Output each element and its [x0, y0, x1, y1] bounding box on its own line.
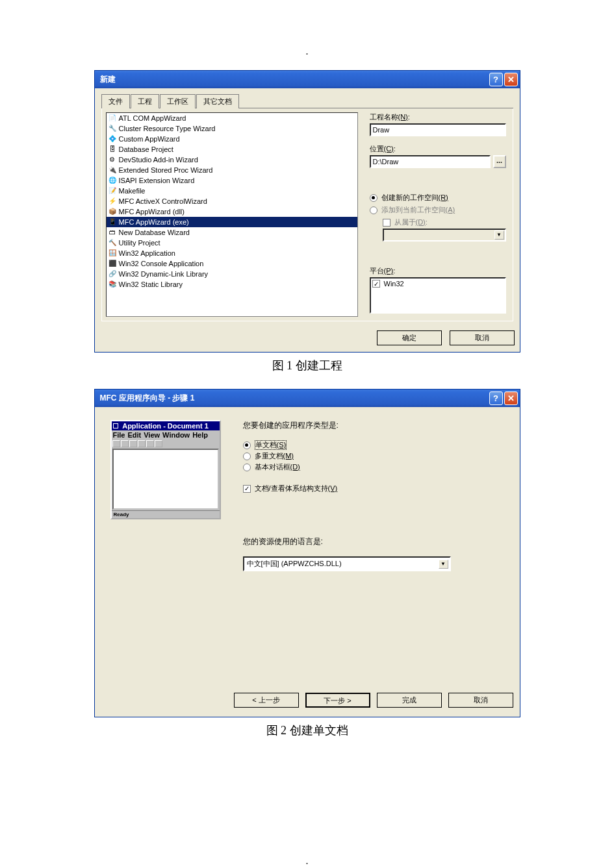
- project-type-icon: 📦: [108, 207, 117, 216]
- next-button[interactable]: 下一步 >: [305, 693, 370, 708]
- project-type-icon: ⚡: [108, 197, 117, 206]
- project-type-icon: 🔨: [108, 238, 117, 247]
- list-item[interactable]: ⬛Win32 Console Application: [107, 258, 357, 269]
- project-type-icon: ⬛: [108, 259, 117, 268]
- project-type-icon: 🗃: [108, 228, 117, 237]
- radio-icon: [370, 206, 377, 214]
- radio-icon: [370, 194, 377, 202]
- project-type-icon: 🔧: [108, 124, 117, 133]
- browse-button[interactable]: ...: [493, 155, 506, 168]
- ok-button[interactable]: 确定: [377, 330, 442, 345]
- platform-item: Win32: [384, 280, 404, 288]
- radio-add-to-workspace: 添加到当前工作空间(A): [370, 205, 506, 215]
- project-type-icon: ⚙: [108, 155, 117, 164]
- figure-1-caption: 图 1 创建工程: [42, 358, 572, 373]
- location-label: 位置(C):: [370, 144, 506, 154]
- radio-single-doc[interactable]: 单文档(S): [243, 440, 504, 450]
- list-item[interactable]: ⚙DevStudio Add-in Wizard: [107, 155, 357, 165]
- radio-create-new-workspace[interactable]: 创建新的工作空间(R): [370, 193, 506, 203]
- list-item[interactable]: 📄ATL COM AppWizard: [107, 113, 357, 123]
- project-type-icon: 📝: [108, 186, 117, 195]
- project-type-icon: 🔌: [108, 166, 117, 175]
- project-type-icon: 🌐: [108, 176, 117, 185]
- page-dot: .: [42, 45, 572, 57]
- preview-pane: Application - Document 1 File Edit View …: [110, 420, 221, 685]
- radio-dialog-based[interactable]: 基本对话框(D): [243, 462, 504, 472]
- tab-files[interactable]: 文件: [101, 94, 130, 108]
- titlebar: 新建 ? ✕: [95, 71, 520, 88]
- list-item[interactable]: 🔌Extended Stored Proc Wizard: [107, 165, 357, 175]
- radio-icon: [243, 464, 251, 471]
- list-item[interactable]: 📝Makefile: [107, 186, 357, 196]
- help-icon[interactable]: ?: [489, 73, 503, 86]
- list-item[interactable]: ⚡MFC ActiveX ControlWizard: [107, 196, 357, 206]
- platform-list[interactable]: ✓ Win32: [370, 277, 506, 314]
- figure-2-caption: 图 2 创建单文档: [42, 723, 572, 738]
- back-button[interactable]: < 上一步: [234, 693, 299, 708]
- list-item[interactable]: 🗄Database Project: [107, 144, 357, 155]
- project-name-input[interactable]: [370, 123, 506, 136]
- language-combo[interactable]: 中文[中国] (APPWZCHS.DLL) ▼: [243, 556, 451, 571]
- location-input[interactable]: [370, 155, 491, 168]
- checkbox-docview-support[interactable]: ✓ 文档/查看体系结构支持(V): [243, 484, 504, 493]
- list-item[interactable]: 🔨Utility Project: [107, 238, 357, 248]
- mfc-wizard-dialog: MFC 应用程序向导 - 步骤 1 ? ✕ Application - Docu…: [94, 389, 520, 717]
- radio-icon: [243, 441, 251, 449]
- dialog-title: 新建: [100, 74, 116, 85]
- project-type-icon: 📚: [108, 280, 117, 289]
- new-project-dialog: 新建 ? ✕ 文件 工程 工作区 其它文档 📄ATL COM AppWizard…: [94, 70, 520, 353]
- list-item[interactable]: 🔧Cluster Resource Type Wizard: [107, 123, 357, 134]
- chevron-down-icon: ▼: [494, 230, 504, 240]
- dialog-title: MFC 应用程序向导 - 步骤 1: [100, 393, 195, 404]
- tab-projects[interactable]: 工程: [131, 94, 159, 108]
- close-icon[interactable]: ✕: [504, 73, 518, 86]
- preview-status: Ready: [112, 510, 220, 518]
- radio-multi-doc[interactable]: 多重文档(M): [243, 451, 504, 461]
- tab-strip: 文件 工程 工作区 其它文档: [101, 93, 513, 108]
- checkbox-icon: [383, 219, 390, 227]
- page-dot-bottom: .: [42, 855, 572, 867]
- titlebar: MFC 应用程序向导 - 步骤 1 ? ✕: [95, 390, 520, 407]
- language-value: 中文[中国] (APPWZCHS.DLL): [247, 559, 342, 569]
- language-question: 您的资源使用的语言是:: [243, 536, 504, 547]
- project-type-icon: 💠: [108, 134, 117, 143]
- list-item[interactable]: 🗃New Database Wizard: [107, 227, 357, 238]
- project-name-label: 工程名称(N):工程名称(N):: [370, 112, 506, 122]
- app-type-question: 您要创建的应用程序类型是:: [243, 420, 504, 431]
- project-type-icon: 📱: [108, 217, 117, 227]
- platform-label: 平台(P):: [370, 266, 506, 276]
- dependency-combo: ▼: [383, 229, 506, 242]
- radio-icon: [243, 453, 251, 460]
- cancel-button[interactable]: 取消: [448, 693, 513, 708]
- preview-title: Application - Document 1: [122, 422, 209, 430]
- checkbox-dependency: 从属于(D):: [370, 217, 506, 227]
- tab-workspaces[interactable]: 工作区: [160, 94, 196, 108]
- chevron-down-icon[interactable]: ▼: [439, 560, 448, 569]
- checkbox-icon[interactable]: ✓: [372, 280, 380, 288]
- project-type-list[interactable]: 📄ATL COM AppWizard🔧Cluster Resource Type…: [106, 112, 358, 317]
- project-type-icon: 🔗: [108, 269, 117, 279]
- list-item[interactable]: 🔗Win32 Dynamic-Link Library: [107, 269, 357, 279]
- project-type-icon: 🗄: [108, 145, 117, 154]
- cancel-button[interactable]: 取消: [450, 330, 515, 345]
- project-type-icon: 🪟: [108, 249, 117, 258]
- tab-other-docs[interactable]: 其它文档: [196, 94, 239, 108]
- preview-menu: File Edit View Window Help: [112, 430, 220, 440]
- finish-button[interactable]: 完成: [377, 693, 442, 708]
- checkbox-icon: ✓: [243, 485, 251, 493]
- list-item[interactable]: 🪟Win32 Application: [107, 248, 357, 258]
- preview-toolbar: [112, 440, 220, 448]
- list-item[interactable]: 📦MFC AppWizard (dll): [107, 206, 357, 217]
- help-icon[interactable]: ?: [489, 391, 503, 405]
- list-item[interactable]: 📚Win32 Static Library: [107, 279, 357, 290]
- list-item[interactable]: 📱MFC AppWizard (exe): [107, 217, 357, 227]
- close-icon[interactable]: ✕: [504, 391, 518, 405]
- list-item[interactable]: 🌐ISAPI Extension Wizard: [107, 175, 357, 186]
- project-type-icon: 📄: [108, 114, 117, 123]
- list-item[interactable]: 💠Custom AppWizard: [107, 134, 357, 144]
